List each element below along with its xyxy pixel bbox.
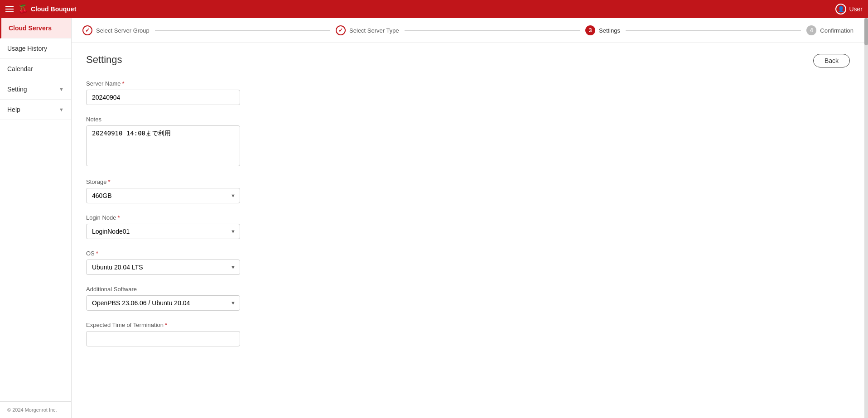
expected-termination-required: * bbox=[165, 322, 167, 328]
login-node-select-wrap: LoginNode01 LoginNode02 ▼ bbox=[86, 224, 240, 239]
content-area: Settings Back Server Name * Notes 202409… bbox=[72, 43, 864, 418]
sidebar-item-help[interactable]: Help ▼ bbox=[0, 100, 71, 120]
server-name-required: * bbox=[122, 80, 125, 87]
sidebar-label-usage-history: Usage History bbox=[7, 45, 47, 52]
expected-termination-label: Expected Time of Termination * bbox=[86, 322, 850, 328]
logo-icon: 🍒 bbox=[18, 4, 28, 14]
login-node-group: Login Node * LoginNode01 LoginNode02 ▼ bbox=[86, 214, 850, 239]
chevron-down-icon: ▼ bbox=[59, 86, 64, 92]
login-node-select[interactable]: LoginNode01 LoginNode02 bbox=[86, 224, 240, 239]
step-circle-1: ✓ bbox=[82, 25, 92, 35]
notes-group: Notes 20240910 14:00まで利用 bbox=[86, 116, 850, 168]
main-content: ✓ Select Server Group ✓ Select Server Ty… bbox=[72, 18, 864, 418]
step-line-3 bbox=[626, 30, 801, 31]
chevron-down-icon: ▼ bbox=[59, 107, 64, 112]
sidebar-item-cloud-servers[interactable]: Cloud Servers bbox=[0, 18, 71, 38]
additional-software-select[interactable]: OpenPBS 23.06.06 / Ubuntu 20.04 None bbox=[86, 295, 240, 311]
login-node-label: Login Node * bbox=[86, 214, 850, 221]
additional-software-label: Additional Software bbox=[86, 286, 850, 293]
storage-select-wrap: 460GB 920GB 1.84TB ▼ bbox=[86, 188, 240, 203]
sidebar-item-setting[interactable]: Setting ▼ bbox=[0, 79, 71, 100]
app-title: Cloud Bouquet bbox=[31, 5, 76, 13]
step-circle-4: 4 bbox=[806, 25, 816, 35]
step-label-1: Select Server Group bbox=[96, 27, 149, 34]
step-settings: 3 Settings bbox=[585, 25, 620, 35]
sidebar-label-calendar: Calendar bbox=[7, 65, 33, 72]
notes-label: Notes bbox=[86, 116, 850, 123]
user-menu[interactable]: 👤 User bbox=[835, 4, 863, 14]
user-avatar-icon: 👤 bbox=[835, 4, 846, 14]
hamburger-menu[interactable] bbox=[5, 6, 14, 12]
step-circle-3: 3 bbox=[585, 25, 595, 35]
os-select-wrap: Ubuntu 20.04 LTS Ubuntu 22.04 LTS CentOS… bbox=[86, 259, 240, 275]
sidebar-label-help: Help bbox=[7, 106, 20, 113]
main-layout: Cloud Servers Usage History Calendar Set… bbox=[0, 18, 868, 418]
step-circle-2: ✓ bbox=[336, 25, 346, 35]
os-required: * bbox=[96, 250, 98, 257]
storage-group: Storage * 460GB 920GB 1.84TB ▼ bbox=[86, 178, 850, 203]
sidebar-nav: Cloud Servers Usage History Calendar Set… bbox=[0, 18, 71, 120]
stepper: ✓ Select Server Group ✓ Select Server Ty… bbox=[72, 18, 864, 43]
expected-termination-group: Expected Time of Termination * bbox=[86, 322, 850, 346]
os-group: OS * Ubuntu 20.04 LTS Ubuntu 22.04 LTS C… bbox=[86, 250, 850, 275]
step-select-server-group: ✓ Select Server Group bbox=[82, 25, 149, 35]
step-label-2: Select Server Type bbox=[349, 27, 399, 34]
sidebar-footer: © 2024 Morgenrot Inc. bbox=[0, 401, 71, 418]
login-node-required: * bbox=[118, 214, 120, 221]
additional-software-select-wrap: OpenPBS 23.06.06 / Ubuntu 20.04 None ▼ bbox=[86, 295, 240, 311]
page-title: Settings bbox=[86, 54, 122, 66]
step-line-2 bbox=[405, 30, 580, 31]
user-label: User bbox=[849, 5, 863, 13]
logo-area: 🍒 Cloud Bouquet bbox=[18, 4, 76, 14]
server-name-label: Server Name * bbox=[86, 80, 850, 87]
sidebar-label-setting: Setting bbox=[7, 86, 27, 93]
step-select-server-type: ✓ Select Server Type bbox=[336, 25, 399, 35]
top-navigation: 🍒 Cloud Bouquet 👤 User bbox=[0, 0, 868, 18]
storage-select[interactable]: 460GB 920GB 1.84TB bbox=[86, 188, 240, 203]
scrollbar-thumb[interactable] bbox=[864, 18, 868, 45]
server-name-input[interactable] bbox=[86, 90, 240, 105]
storage-required: * bbox=[108, 178, 111, 185]
step-line-1 bbox=[155, 30, 330, 31]
sidebar-item-usage-history[interactable]: Usage History bbox=[0, 38, 71, 59]
os-label: OS * bbox=[86, 250, 850, 257]
step-confirmation: 4 Confirmation bbox=[806, 25, 854, 35]
step-label-4: Confirmation bbox=[820, 27, 854, 34]
nav-left: 🍒 Cloud Bouquet bbox=[5, 4, 76, 14]
sidebar-item-calendar[interactable]: Calendar bbox=[0, 59, 71, 79]
sidebar: Cloud Servers Usage History Calendar Set… bbox=[0, 18, 72, 418]
sidebar-label-cloud-servers: Cloud Servers bbox=[9, 24, 52, 32]
notes-input[interactable]: 20240910 14:00まで利用 bbox=[86, 125, 240, 166]
os-select[interactable]: Ubuntu 20.04 LTS Ubuntu 22.04 LTS CentOS… bbox=[86, 259, 240, 275]
server-name-group: Server Name * bbox=[86, 80, 850, 105]
scrollbar[interactable] bbox=[864, 18, 868, 418]
additional-software-group: Additional Software OpenPBS 23.06.06 / U… bbox=[86, 286, 850, 311]
back-button[interactable]: Back bbox=[813, 54, 850, 67]
storage-label: Storage * bbox=[86, 178, 850, 185]
step-label-3: Settings bbox=[599, 27, 620, 34]
expected-termination-input[interactable] bbox=[86, 331, 240, 346]
